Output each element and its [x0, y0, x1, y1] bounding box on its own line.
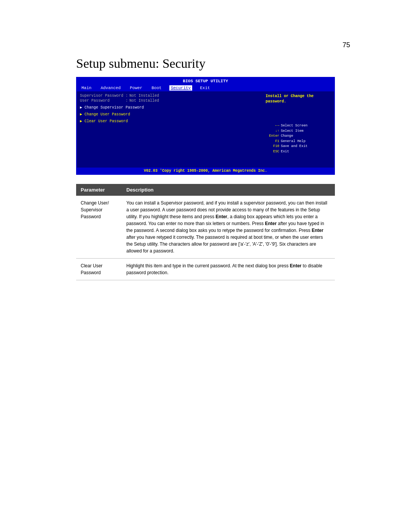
- table-header-row: Parameter Description: [76, 184, 335, 196]
- change-user-link[interactable]: ▶ Change User Password: [80, 112, 260, 117]
- key-change: Enter Change: [266, 134, 331, 139]
- desc-change-user-supervisor: You can install a Supervisor password, a…: [122, 196, 335, 259]
- user-password-row: User Password : Not Installed: [80, 99, 260, 103]
- bios-menu-security[interactable]: Security: [169, 85, 193, 91]
- col-parameter: Parameter: [76, 184, 122, 196]
- bios-footer: V02.03 'Copy right 1985-2000, American M…: [77, 168, 334, 174]
- bios-key-legend: ←→ Select Screen ↓↑ Select Item Enter Ch…: [266, 123, 331, 154]
- bios-menu-boot[interactable]: Boot: [150, 85, 163, 91]
- param-clear-user-password: Clear UserPassword: [76, 259, 122, 280]
- bios-menu-exit[interactable]: Exit: [198, 85, 211, 91]
- bios-menu-bar: Main Advanced Power Boot Security Exit: [77, 85, 334, 91]
- key-select-screen: ←→ Select Screen: [266, 123, 331, 129]
- change-supervisor-link[interactable]: ▶ Change Supervisor Password: [80, 105, 260, 110]
- bios-menu-main[interactable]: Main: [80, 85, 93, 91]
- supervisor-password-row: Supervisor Password : Not Installed: [80, 94, 260, 98]
- bios-left-panel: Supervisor Password : Not Installed User…: [80, 94, 263, 165]
- supervisor-password-value: Not Installed: [129, 94, 159, 98]
- bios-header: BIOS SETUP UTILITY: [77, 78, 334, 85]
- user-password-value: Not Installed: [129, 99, 159, 103]
- clear-user-link[interactable]: ▶ Clear User Password: [80, 119, 260, 123]
- param-change-user-supervisor: Change User/SupervisorPassword: [76, 196, 122, 259]
- key-general-help: F1 General Help: [266, 139, 331, 144]
- bios-menu-advanced[interactable]: Advanced: [99, 85, 122, 91]
- key-save-exit: F10 Save and Exit: [266, 144, 331, 149]
- page-title: Setup submenu: Security: [76, 56, 335, 71]
- table-row: Change User/SupervisorPassword You can i…: [76, 196, 335, 259]
- key-select-item: ↓↑ Select Item: [266, 129, 331, 134]
- supervisor-password-label: Supervisor Password: [80, 94, 126, 98]
- bios-menu-power[interactable]: Power: [128, 85, 144, 91]
- col-description: Description: [122, 184, 335, 196]
- bios-screen: BIOS SETUP UTILITY Main Advanced Power B…: [76, 77, 335, 175]
- description-table: Parameter Description Change User/Superv…: [76, 184, 335, 280]
- page-number: 75: [342, 41, 350, 49]
- bios-right-panel: Install or Change the password. ←→ Selec…: [263, 94, 331, 165]
- bios-help-text: Install or Change the password.: [266, 94, 331, 104]
- key-exit: ESC Exit: [266, 149, 331, 155]
- bios-body: Supervisor Password : Not Installed User…: [77, 91, 334, 168]
- user-password-label: User Password: [80, 99, 126, 103]
- desc-clear-user-password: Highlight this item and type in the curr…: [122, 259, 335, 280]
- table-row: Clear UserPassword Highlight this item a…: [76, 259, 335, 280]
